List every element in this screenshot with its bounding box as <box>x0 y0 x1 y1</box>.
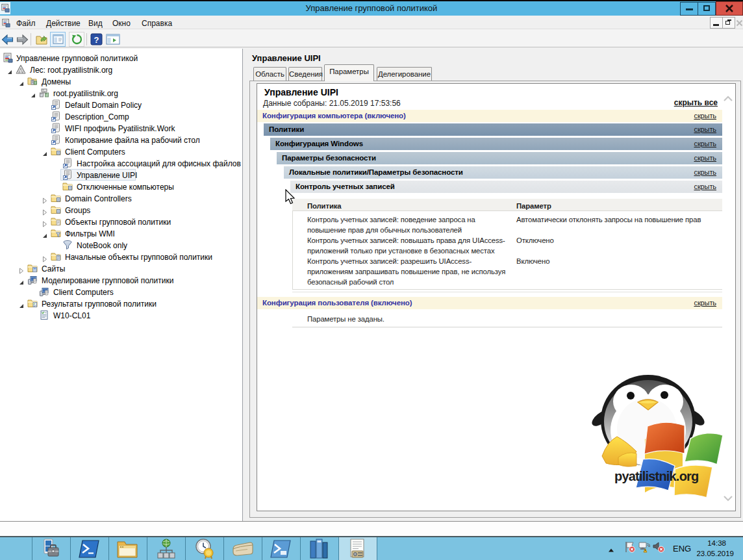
svg-text:pyatilistnik.org: pyatilistnik.org <box>614 469 698 483</box>
svg-text:?: ? <box>94 35 99 45</box>
